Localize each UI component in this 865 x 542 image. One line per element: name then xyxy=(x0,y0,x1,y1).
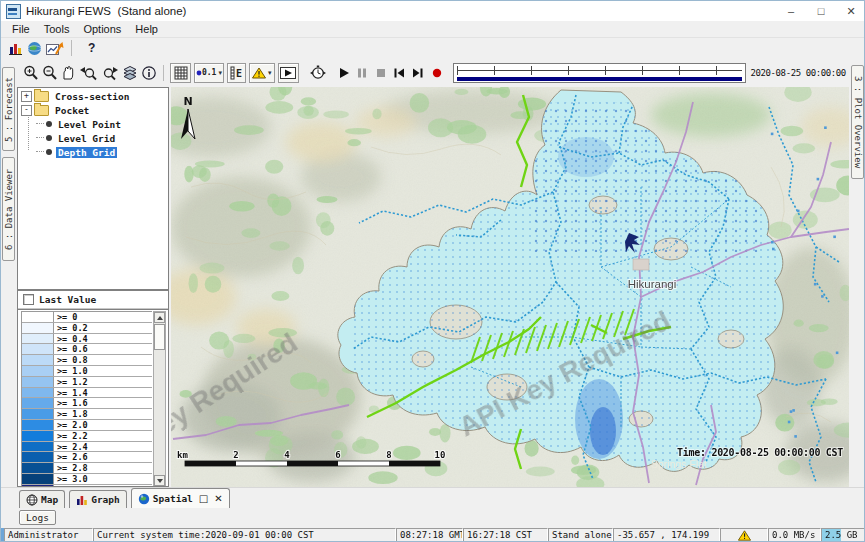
status-transfer-rate: 0.0 MB/s xyxy=(768,528,821,542)
legend-row[interactable]: >= 0 xyxy=(22,312,152,323)
tree-item-depth-grid[interactable]: Depth Grid xyxy=(36,146,168,158)
logs-button[interactable]: Logs xyxy=(19,510,56,525)
class-interval-dropdown[interactable]: 0.1 ▾ xyxy=(194,63,223,83)
main-toolbar: ? xyxy=(1,38,865,58)
animation-settings-clock-icon[interactable] xyxy=(308,63,328,82)
maximize-button[interactable]: □ xyxy=(806,1,836,21)
layers-icon[interactable] xyxy=(122,63,139,82)
legend-row[interactable]: >= 2.6 xyxy=(22,452,152,463)
legend-color-swatch xyxy=(22,355,54,365)
legend-table: >= 0>= 0.2>= 0.4>= 0.6>= 0.8>= 1.0>= 1.2… xyxy=(18,309,168,487)
legend-row[interactable]: >= 0.2 xyxy=(22,323,152,334)
menu-tools[interactable]: Tools xyxy=(37,23,77,35)
map-canvas[interactable]: API Key Required API Key Required Hikura… xyxy=(171,87,849,487)
menu-file[interactable]: File xyxy=(5,23,37,35)
play-button[interactable] xyxy=(336,63,353,82)
legend-row[interactable]: >= 2.0 xyxy=(22,420,152,431)
legend-row[interactable]: >= 0.4 xyxy=(22,334,152,345)
scroll-up-button[interactable] xyxy=(154,312,165,323)
pan-hand-icon[interactable] xyxy=(60,63,77,82)
menu-options[interactable]: Options xyxy=(76,23,128,35)
legend-row[interactable]: >= 1.0 xyxy=(22,366,152,377)
zoom-previous-icon[interactable] xyxy=(79,63,99,82)
tree-branch-line xyxy=(36,123,44,125)
legend-color-swatch xyxy=(22,398,54,408)
legend-row[interactable]: >= 2.4 xyxy=(22,442,152,453)
tab-forecast[interactable]: 5 : Forecast xyxy=(2,67,15,151)
info-icon[interactable] xyxy=(140,63,157,82)
title-bar[interactable]: Hikurangi FEWS (Stand alone) – □ ✕ xyxy=(1,1,865,21)
legend-row[interactable]: >= 1.2 xyxy=(22,377,152,388)
legend-row[interactable]: >= 3.0 xyxy=(22,474,152,485)
legend-row[interactable]: >= 1.4 xyxy=(22,388,152,399)
close-button[interactable]: ✕ xyxy=(836,1,865,21)
spatial-display-icon[interactable] xyxy=(45,39,65,58)
wire-globe-icon xyxy=(26,494,38,506)
last-value-checkbox[interactable] xyxy=(23,294,34,305)
help-button[interactable]: ? xyxy=(88,41,95,55)
legend-row[interactable]: >= 0.6 xyxy=(22,344,152,355)
toolbar-separator xyxy=(71,40,72,56)
map-display-globe-icon[interactable] xyxy=(26,39,43,58)
toolbar-separator xyxy=(163,65,164,81)
tree-item-pocket[interactable]: - Pocket xyxy=(21,104,168,116)
tree-branch-line xyxy=(36,151,44,153)
tree-item-level-grid[interactable]: Level Grid xyxy=(36,132,168,144)
record-button[interactable] xyxy=(428,63,445,82)
tree-item-level-point[interactable]: Level Point xyxy=(36,118,168,130)
minimize-button[interactable]: – xyxy=(776,1,806,21)
north-label: N xyxy=(183,95,192,108)
legend-rows: >= 0>= 0.2>= 0.4>= 0.6>= 0.8>= 1.0>= 1.2… xyxy=(21,311,152,487)
pause-button[interactable] xyxy=(354,63,371,82)
expander-minus-icon[interactable]: - xyxy=(21,105,32,116)
legend-row[interactable]: >= 2.2 xyxy=(22,431,152,442)
stop-button[interactable] xyxy=(373,63,390,82)
menu-help[interactable]: Help xyxy=(128,23,165,35)
zoom-next-icon[interactable] xyxy=(100,63,120,82)
skip-to-end-button[interactable] xyxy=(410,63,427,82)
tab-maximize-icon[interactable]: □ xyxy=(199,493,208,504)
legend-row[interactable]: >= 0.8 xyxy=(22,355,152,366)
legend-row[interactable]: >= 1.8 xyxy=(22,409,152,420)
legend-row-label: >= 1.0 xyxy=(54,366,152,376)
tab-map[interactable]: Map xyxy=(19,490,65,508)
expander-plus-icon[interactable]: + xyxy=(21,91,32,102)
time-slider[interactable] xyxy=(453,63,746,83)
tab-spatial[interactable]: Spatial □ ✕ xyxy=(131,488,230,508)
topology-tree-panel: + Cross-section - Pocket Level Point Lev… xyxy=(17,87,169,290)
bar-chart-icon xyxy=(76,494,88,506)
legend-scrollbar[interactable] xyxy=(153,311,166,487)
legend-row-label: >= 0.8 xyxy=(54,355,152,365)
scrollbar-thumb[interactable] xyxy=(154,324,165,350)
town-label: Hikurangi xyxy=(628,278,677,290)
scale-tick-label: 6 xyxy=(335,450,340,460)
legend-color-swatch xyxy=(22,442,54,452)
tree-item-label: Pocket xyxy=(53,105,91,116)
tab-graph[interactable]: Graph xyxy=(69,490,127,508)
warnings-dropdown[interactable]: ▾ xyxy=(249,63,274,83)
legend-row-label: >= 1.2 xyxy=(54,377,152,387)
tree-item-cross-section[interactable]: + Cross-section xyxy=(21,90,168,102)
tab-data-viewer[interactable]: 6 : Data Viewer xyxy=(2,157,15,261)
zoom-out-icon[interactable] xyxy=(42,63,59,82)
tab-plot-overview[interactable]: 3 : Plot Overview xyxy=(851,65,864,179)
status-memory: 2.5 GB xyxy=(821,528,865,542)
statistics-icon[interactable] xyxy=(7,39,24,58)
scale-unit-label: km xyxy=(177,450,188,460)
legend-row[interactable]: >= 2.8 xyxy=(22,463,152,474)
animation-button[interactable] xyxy=(278,63,300,83)
legend-color-swatch xyxy=(22,409,54,419)
tab-close-icon[interactable]: ✕ xyxy=(214,493,222,504)
grid-display-button[interactable] xyxy=(170,63,192,83)
status-warning[interactable] xyxy=(720,528,768,542)
scroll-down-button[interactable] xyxy=(154,475,165,486)
scale-legend-button[interactable]: E xyxy=(227,63,247,83)
scale-tick-label: 4 xyxy=(284,450,290,460)
chevron-down-icon: ▾ xyxy=(218,69,222,77)
legend-row-label: >= 0.6 xyxy=(54,344,152,354)
legend-color-swatch xyxy=(22,377,54,387)
legend-header: Last Value xyxy=(18,291,168,309)
legend-row[interactable]: >= 1.6 xyxy=(22,398,152,409)
skip-to-start-button[interactable] xyxy=(391,63,408,82)
zoom-in-icon[interactable] xyxy=(23,63,40,82)
